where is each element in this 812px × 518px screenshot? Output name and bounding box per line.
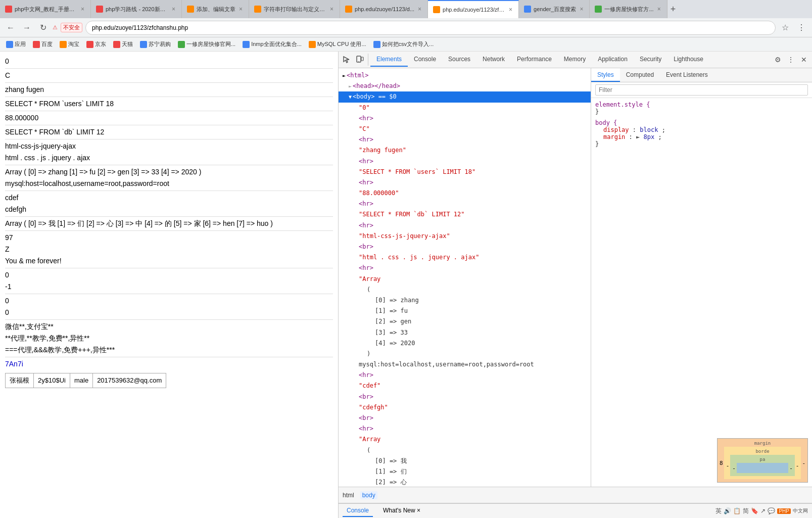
tab-4[interactable]: 字符串打印输出与定义方式... × [249,0,340,18]
status-chinese[interactable]: 中文网 [793,507,808,514]
filter-input[interactable] [595,84,808,96]
elem-text-select1[interactable]: "SELECT * FROM `users` LIMIT 18" [339,167,591,177]
tab-elements[interactable]: Elements [370,53,408,67]
bookmark-taobao[interactable]: 淘宝 [58,39,81,49]
tab-console[interactable]: Console [408,53,442,67]
tab-6[interactable]: php.edu/zuoye/1123/zfc... × [428,0,519,18]
elem-arr-1[interactable]: [1] => fu [339,306,591,316]
back-button[interactable]: ← [4,21,17,34]
reload-button[interactable]: ↻ [36,21,50,34]
status-share[interactable]: ↗ [760,507,766,514]
address-input[interactable] [85,21,776,35]
status-translate[interactable]: 英 [715,507,722,515]
margin-arrow[interactable]: ► [636,133,640,140]
tab-close-4[interactable]: × [329,5,335,14]
whats-new-tab[interactable]: What's New × [379,505,424,517]
settings-icon[interactable]: ⚙ [772,54,784,66]
elem-text-c[interactable]: "C" [339,124,591,134]
elem-arr2-2[interactable]: [2] => 心 [339,477,591,487]
elem-hr-4[interactable]: <hr> [339,177,591,188]
tab-3[interactable]: 添加、编辑文章 × [182,0,249,18]
elem-text-html-css[interactable]: "html-css-js-jquery-ajax" [339,231,591,242]
tab-application[interactable]: Application [592,53,634,67]
tab-close-1[interactable]: × [80,5,85,14]
forward-button[interactable]: → [20,21,33,34]
styles-tab-event-listeners[interactable]: Event Listeners [660,68,714,82]
elem-hr-7[interactable]: <hr> [339,263,591,273]
console-tab[interactable]: Console [343,505,373,517]
tab-1[interactable]: php中文网_教程_手册_视频... × [0,0,91,18]
bookmark-lnmp[interactable]: Inmp全面优化集合... [241,39,304,49]
tab-close-3[interactable]: × [238,5,244,14]
elem-text-zhang[interactable]: "zhang fugen" [339,145,591,156]
cursor-icon[interactable] [341,54,353,66]
status-php[interactable]: PHP [777,508,791,514]
elem-paren-open[interactable]: ( [339,285,591,295]
elem-arr-0[interactable]: [0] => zhang [339,295,591,306]
tab-network[interactable]: Network [476,53,511,67]
elem-body[interactable]: ▼<body> == $0 [339,91,591,102]
elem-paren-close[interactable]: ) [339,349,591,359]
tab-lighthouse[interactable]: Lighthouse [667,53,709,67]
elem-text-cdefgh[interactable]: "cdefgh" [339,402,591,413]
elem-text-html-dots[interactable]: "html . css . js . jquery . ajax" [339,252,591,263]
tab-performance[interactable]: Performance [511,53,558,67]
tab-memory[interactable]: Memory [558,53,592,67]
breadcrumb-body[interactable]: body [360,491,377,499]
tab-close-8[interactable]: × [656,5,662,14]
elem-text-mysql[interactable]: mysql:host=localhost,username=root,passw… [339,359,591,370]
elem-arr-4[interactable]: [4] => 2020 [339,338,591,349]
bookmark-apps[interactable]: 应用 [4,39,28,49]
tab-7[interactable]: gender_百度搜索 × [519,0,590,18]
bookmark-star[interactable]: ☆ [779,21,792,34]
elem-arr-3[interactable]: [3] => 33 [339,327,591,338]
more-options-icon[interactable]: ⋮ [785,54,797,66]
close-devtools-icon[interactable]: ✕ [798,54,810,66]
elem-hr-6[interactable]: <hr> [339,220,591,231]
new-tab-button[interactable]: + [667,0,679,18]
elem-hr-1[interactable]: <hr> [339,113,591,124]
bookmark-mysql[interactable]: MySQL CPU 使用... [307,39,368,49]
tab-5[interactable]: php.edu/zuoye/1123/d... × [340,0,428,18]
tab-2[interactable]: php学习路线 - 2020新技术... × [91,0,182,18]
device-toolbar-icon[interactable] [354,54,366,66]
tab-8[interactable]: 一修房屋快修官方... × [590,0,667,18]
elem-arr2-1[interactable]: [1] => 们 [339,466,591,477]
status-copy[interactable]: 📋 [733,507,741,514]
bookmark-tianmao[interactable]: 天猫 [111,39,135,49]
elem-arr2-0[interactable]: [0] => 我 [339,456,591,466]
elem-hr-5[interactable]: <hr> [339,199,591,209]
elem-hr-8[interactable]: <hr> [339,370,591,381]
bookmark-baidu[interactable]: 百度 [31,39,55,49]
breadcrumb-html[interactable]: html [343,492,354,499]
elem-hr-9[interactable]: <hr> [339,423,591,434]
elem-text-0[interactable]: "0" [339,103,591,113]
elem-hr-2[interactable]: <hr> [339,134,591,145]
elem-text-select2[interactable]: "SELECT * FROM `db` LIMIT 12" [339,209,591,220]
status-bookmark2[interactable]: 🔖 [751,507,758,514]
elem-br-3[interactable]: <br> [339,413,591,423]
bookmark-jd[interactable]: 京东 [84,39,108,49]
status-audio[interactable]: 🔊 [724,507,731,514]
status-simple[interactable]: 简 [743,507,749,515]
bookmark-suning[interactable]: 苏宁易购 [138,39,173,49]
elem-text-array[interactable]: "Array [339,274,591,285]
styles-tab-styles[interactable]: Styles [591,68,620,82]
elem-html[interactable]: ►<html> [339,70,591,81]
styles-tab-computed[interactable]: Computed [620,68,660,82]
tab-close-5[interactable]: × [417,5,422,14]
elem-br-2[interactable]: <br> [339,392,591,402]
elem-text-cdef[interactable]: "cdef" [339,381,591,391]
tab-sources[interactable]: Sources [442,53,476,67]
bookmark-yixiu[interactable]: 一修房屋快修官网... [176,39,237,49]
elem-hr-3[interactable]: <hr> [339,156,591,167]
elem-head[interactable]: ►<head></head> [339,81,591,91]
elem-paren2-open[interactable]: ( [339,445,591,456]
elem-arr-2[interactable]: [2] => gen [339,316,591,327]
elem-br-1[interactable]: <br> [339,242,591,252]
bookmark-csv[interactable]: 如何把csv文件导入... [371,39,436,49]
elem-text-array2[interactable]: "Array [339,434,591,445]
tab-close-7[interactable]: × [579,5,584,14]
tab-close-6[interactable]: × [508,5,513,14]
elem-text-88[interactable]: "88.000000" [339,188,591,199]
